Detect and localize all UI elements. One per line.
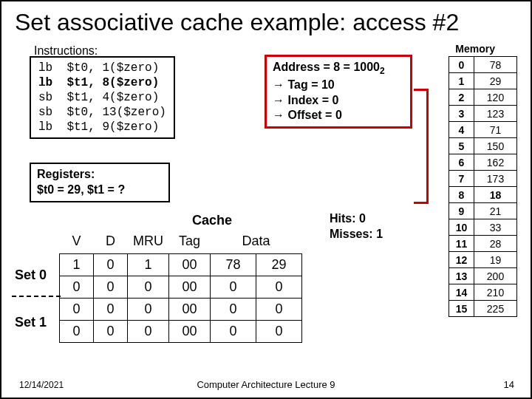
set1-label: Set 1 [15,315,47,330]
cache-label: Cache [192,213,232,228]
memory-row: 6162 [449,154,517,171]
cache-row: 101007829 [60,254,302,276]
cache-row: 0000000 [60,276,302,299]
memory-row: 921 [449,203,517,219]
instruction-box: lb $t0, 1($zero) lb $t1, 8($zero) sb $t1… [30,56,175,139]
memory-row: 7173 [449,171,517,187]
memory-row: 13200 [449,268,517,284]
memory-row: 818 [449,187,517,203]
memory-row: 078 [449,57,517,73]
instr-op: sb [38,106,52,119]
instr-op: sb [38,91,52,104]
registers-box: Registers: $t0 = 29, $t1 = ? [30,163,170,202]
memory-row: 471 [449,122,517,138]
address-box: Address = 8 = 10002 → Tag = 10 → Index =… [265,55,412,129]
memory-row: 3123 [449,106,517,122]
memory-row: 129 [449,73,517,89]
cache-table: V D MRU Tag Data 10100782900000000000000… [59,231,302,343]
set-divider [12,296,61,297]
memory-row: 2120 [449,89,517,106]
memory-row: 1128 [449,236,517,252]
slide-number: 14 [504,379,514,390]
memory-row: 5150 [449,138,517,154]
instr-op: lb [38,120,52,134]
set0-label: Set 0 [15,267,47,283]
memory-row: 1219 [449,252,517,268]
hits-misses: Hits: 0 Misses: 1 [330,211,383,242]
slide-title: Set associative cache example: access #2 [15,9,517,36]
footer-title: Computer Architecture Lecture 9 [1,379,531,390]
connector-line [414,89,429,204]
memory-row: 14210 [449,284,517,301]
memory-table: 0781292120312347151506162717381892110331… [449,56,517,317]
cache-row: 0000000 [60,299,302,321]
cache-row: 0000000 [60,321,302,343]
memory-row: 1033 [449,219,517,236]
memory-row: 15225 [449,301,517,317]
memory-label: Memory [455,43,495,55]
instr-op: lb [38,61,52,75]
instr-op: lb [38,76,52,89]
